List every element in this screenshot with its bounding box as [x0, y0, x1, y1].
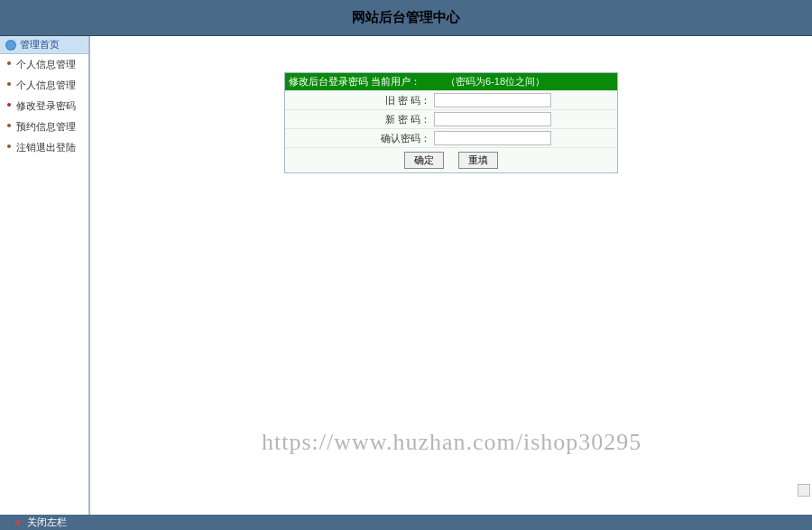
- sidebar-item-label: 个人信息管理: [16, 79, 76, 90]
- change-password-panel: 修改后台登录密码 当前用户： （密码为6-18位之间） 旧 密 码： 新 密 码…: [284, 72, 618, 173]
- sidebar-item-label: 注销退出登陆: [16, 142, 76, 153]
- watermark-text: https://www.huzhan.com/ishop30295: [262, 429, 641, 456]
- form-header-prefix: 修改后台登录密码 当前用户：: [289, 75, 420, 88]
- sidebar-item-label: 修改登录密码: [16, 100, 76, 111]
- footer-bar: 关闭左栏: [0, 515, 812, 530]
- sidebar-item-reservations[interactable]: 预约信息管理: [0, 116, 88, 137]
- sidebar-home-label: 管理首页: [20, 38, 60, 51]
- reset-button[interactable]: 重填: [458, 152, 498, 169]
- sidebar-item-profile-2[interactable]: 个人信息管理: [0, 75, 88, 96]
- old-password-input[interactable]: [434, 93, 551, 107]
- header-bar: 网站后台管理中心: [0, 0, 812, 36]
- collapse-arrow-icon[interactable]: [14, 519, 20, 526]
- new-password-label: 新 密 码：: [285, 113, 434, 126]
- sidebar-item-label: 个人信息管理: [16, 59, 76, 70]
- old-password-label: 旧 密 码：: [285, 94, 434, 107]
- main-area: 管理首页 个人信息管理 个人信息管理 修改登录密码 预约信息管理 注销退出登陆 …: [0, 36, 812, 515]
- form-hint: （密码为6-18位之间）: [446, 75, 545, 88]
- form-header: 修改后台登录密码 当前用户： （密码为6-18位之间）: [285, 73, 617, 90]
- form-row-confirm-password: 确认密码：: [285, 128, 617, 147]
- sidebar-item-label: 预约信息管理: [16, 121, 76, 132]
- scroll-corner-icon: [798, 484, 810, 497]
- close-sidebar-label[interactable]: 关闭左栏: [27, 516, 67, 529]
- content-area: 修改后台登录密码 当前用户： （密码为6-18位之间） 旧 密 码： 新 密 码…: [90, 36, 812, 515]
- sidebar-item-change-password[interactable]: 修改登录密码: [0, 96, 88, 116]
- sidebar-home[interactable]: 管理首页: [0, 36, 88, 54]
- form-row-old-password: 旧 密 码：: [285, 90, 617, 109]
- confirm-password-input[interactable]: [434, 131, 551, 145]
- home-icon: [5, 40, 16, 51]
- confirm-password-label: 确认密码：: [285, 132, 434, 145]
- form-row-new-password: 新 密 码：: [285, 109, 617, 128]
- form-buttons: 确定 重填: [285, 147, 617, 172]
- page-title: 网站后台管理中心: [352, 9, 460, 26]
- sidebar: 管理首页 个人信息管理 个人信息管理 修改登录密码 预约信息管理 注销退出登陆: [0, 36, 90, 515]
- submit-button[interactable]: 确定: [404, 152, 444, 169]
- sidebar-item-logout[interactable]: 注销退出登陆: [0, 137, 88, 158]
- sidebar-item-profile-1[interactable]: 个人信息管理: [0, 54, 88, 75]
- new-password-input[interactable]: [434, 112, 551, 126]
